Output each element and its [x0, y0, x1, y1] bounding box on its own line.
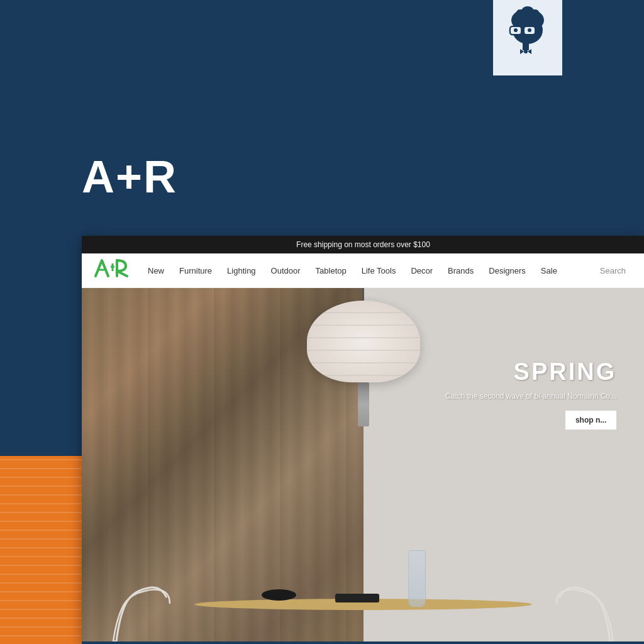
hero-cta-button[interactable]: shop n... [565, 411, 616, 430]
nav-search[interactable]: Search [594, 261, 632, 280]
nav-link-decor[interactable]: Decor [404, 261, 439, 280]
hero-area: SPRING Catch the second wave of bi-annua… [82, 288, 644, 641]
orange-panel [0, 430, 82, 644]
dark-panel-left [0, 236, 82, 456]
tray-on-table [335, 594, 379, 602]
brand-title: A+R [82, 151, 177, 203]
svg-point-9 [514, 28, 518, 32]
lamp-neck [358, 382, 369, 426]
svg-point-3 [531, 9, 539, 16]
hero-title: SPRING [445, 358, 616, 386]
chair-left [110, 566, 186, 641]
nav-bar: New Furniture Lighting Outdoor Tabletop … [82, 253, 644, 288]
nav-links: New Furniture Lighting Outdoor Tabletop … [142, 261, 594, 280]
announcement-text: Free shipping on most orders over $100 [296, 240, 430, 249]
svg-line-17 [117, 271, 127, 276]
lamp-cord [362, 288, 364, 301]
nav-link-new[interactable]: New [142, 261, 170, 280]
svg-rect-13 [523, 43, 529, 50]
orange-stripes [0, 430, 82, 644]
hero-text: SPRING Catch the second wave of bi-annua… [445, 358, 616, 429]
nav-link-lighting[interactable]: Lighting [221, 261, 262, 280]
bottle-vase [408, 550, 426, 607]
nav-link-furniture[interactable]: Furniture [173, 261, 218, 280]
svg-point-2 [516, 9, 524, 16]
avatar-icon [502, 6, 553, 70]
bowl-on-table [262, 589, 296, 601]
svg-point-10 [528, 28, 531, 32]
announcement-bar: Free shipping on most orders over $100 [82, 236, 644, 253]
nav-link-designers[interactable]: Designers [482, 261, 532, 280]
nav-link-outdoor[interactable]: Outdoor [265, 261, 307, 280]
logo-ar [94, 257, 129, 284]
lamp-shade [307, 301, 420, 382]
nav-link-sale[interactable]: Sale [535, 261, 564, 280]
nav-link-brands[interactable]: Brands [441, 261, 480, 280]
nav-logo[interactable] [94, 257, 129, 284]
avatar-box[interactable] [493, 0, 562, 75]
pendant-lamp [307, 288, 420, 426]
hero-subtitle: Catch the second wave of bi-annual Norma… [445, 391, 616, 402]
svg-point-11 [522, 35, 526, 37]
chair-right [541, 566, 616, 641]
browser-window: Free shipping on most orders over $100 [82, 236, 644, 644]
nav-link-tabletop[interactable]: Tabletop [309, 261, 353, 280]
nav-link-life-tools[interactable]: Life Tools [355, 261, 402, 280]
